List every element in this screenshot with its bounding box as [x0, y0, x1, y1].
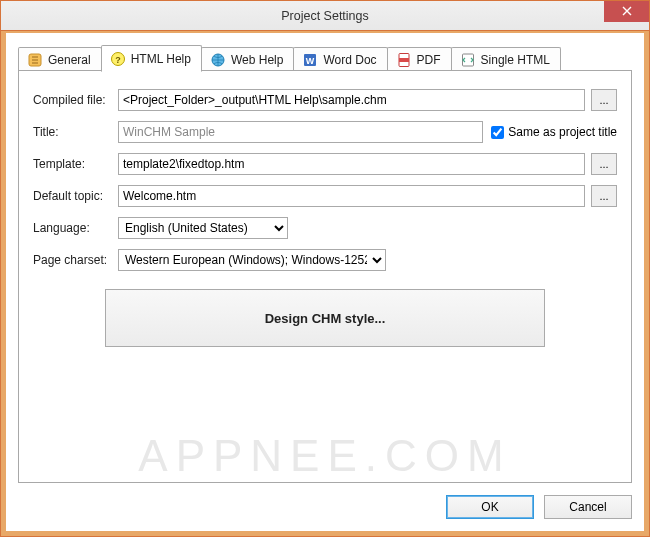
same-as-project-title-label: Same as project title — [508, 125, 617, 139]
svg-rect-7 — [399, 58, 409, 62]
tab-label: Single HTML — [481, 53, 550, 67]
titlebar: Project Settings — [1, 1, 649, 31]
pdf-icon — [396, 52, 412, 68]
browse-default-topic-button[interactable]: ... — [591, 185, 617, 207]
tab-panel-html-help: Compiled file: ... Title: Same as projec… — [18, 70, 632, 483]
project-settings-window: Project Settings General ? HTML Help Web… — [0, 0, 650, 537]
label-default-topic: Default topic: — [33, 189, 118, 203]
page-charset-select[interactable]: Western European (Windows); Windows-1252 — [118, 249, 386, 271]
label-title: Title: — [33, 125, 118, 139]
title-input[interactable] — [118, 121, 483, 143]
tabstrip: General ? HTML Help Web Help W Word Doc … — [18, 43, 632, 71]
row-compiled-file: Compiled file: ... — [33, 89, 617, 111]
tab-word-doc[interactable]: W Word Doc — [293, 47, 387, 71]
svg-text:W: W — [306, 56, 315, 66]
svg-text:?: ? — [115, 54, 121, 64]
row-default-topic: Default topic: ... — [33, 185, 617, 207]
browse-compiled-file-button[interactable]: ... — [591, 89, 617, 111]
row-title: Title: Same as project title — [33, 121, 617, 143]
window-title: Project Settings — [1, 9, 649, 23]
window-body: General ? HTML Help Web Help W Word Doc … — [1, 31, 649, 536]
row-page-charset: Page charset: Western European (Windows)… — [33, 249, 617, 271]
same-as-project-title-checkbox[interactable]: Same as project title — [491, 125, 617, 139]
globe-icon — [210, 52, 226, 68]
tab-pdf[interactable]: PDF — [387, 47, 452, 71]
design-chm-style-button[interactable]: Design CHM style... — [105, 289, 545, 347]
ok-button[interactable]: OK — [446, 495, 534, 519]
tab-label: HTML Help — [131, 52, 191, 66]
content: General ? HTML Help Web Help W Word Doc … — [6, 33, 644, 531]
label-compiled-file: Compiled file: — [33, 93, 118, 107]
label-template: Template: — [33, 157, 118, 171]
footer-buttons: OK Cancel — [446, 495, 632, 519]
language-select[interactable]: English (United States) — [118, 217, 288, 239]
label-language: Language: — [33, 221, 118, 235]
word-icon: W — [302, 52, 318, 68]
label-page-charset: Page charset: — [33, 253, 118, 267]
same-as-project-title-input[interactable] — [491, 126, 504, 139]
browse-template-button[interactable]: ... — [591, 153, 617, 175]
chm-icon: ? — [110, 51, 126, 67]
html-icon — [460, 52, 476, 68]
default-topic-input[interactable] — [118, 185, 585, 207]
compiled-file-input[interactable] — [118, 89, 585, 111]
tab-label: General — [48, 53, 91, 67]
tab-single-html[interactable]: Single HTML — [451, 47, 561, 71]
tab-label: Word Doc — [323, 53, 376, 67]
tab-html-help[interactable]: ? HTML Help — [101, 45, 202, 72]
tab-web-help[interactable]: Web Help — [201, 47, 294, 71]
template-input[interactable] — [118, 153, 585, 175]
tab-general[interactable]: General — [18, 47, 102, 71]
row-template: Template: ... — [33, 153, 617, 175]
tab-label: Web Help — [231, 53, 283, 67]
cancel-button[interactable]: Cancel — [544, 495, 632, 519]
svg-rect-8 — [462, 54, 473, 66]
tab-label: PDF — [417, 53, 441, 67]
row-language: Language: English (United States) — [33, 217, 617, 239]
settings-icon — [27, 52, 43, 68]
